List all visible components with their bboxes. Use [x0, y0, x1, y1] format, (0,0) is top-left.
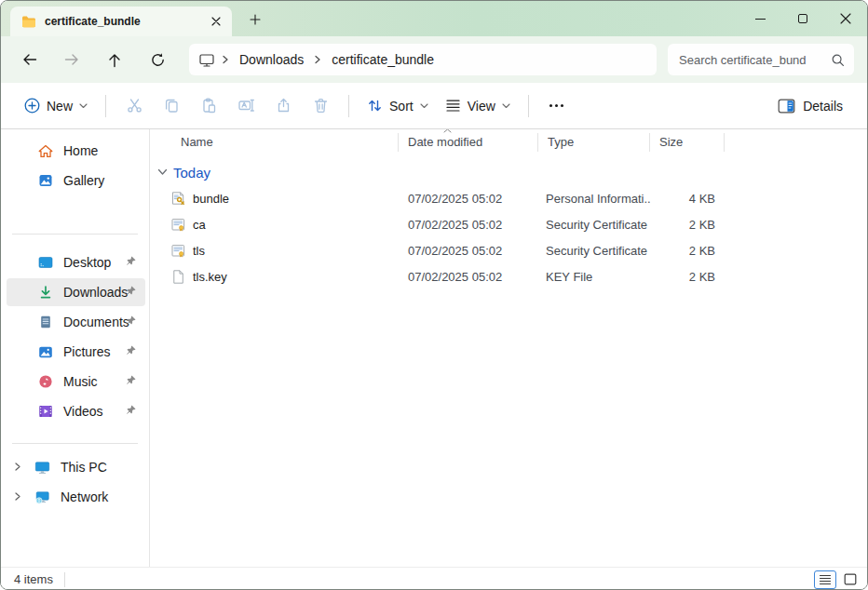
share-icon	[275, 97, 292, 114]
sidebar-item-gallery[interactable]: Gallery	[7, 167, 145, 194]
pin-icon	[125, 404, 137, 416]
tab-title: certificate_bundle	[45, 15, 206, 28]
share-button[interactable]	[264, 89, 302, 123]
toolbar-separator	[105, 95, 106, 117]
sidebar-item-label: Desktop	[63, 255, 111, 270]
new-button[interactable]: New	[16, 89, 96, 123]
breadcrumb-chevron-icon	[314, 55, 321, 64]
pin-icon	[125, 255, 137, 267]
rename-button[interactable]	[227, 89, 264, 123]
sidebar-item-label: This PC	[61, 460, 107, 475]
documents-icon	[38, 315, 53, 329]
sidebar-item-this-pc[interactable]: This PC	[7, 453, 145, 481]
view-button[interactable]: View	[437, 89, 519, 123]
view-button-label: View	[468, 99, 495, 114]
more-options-button[interactable]	[538, 89, 576, 123]
forward-icon	[64, 52, 80, 67]
new-button-label: New	[47, 99, 73, 114]
sidebar-item-label: Downloads	[63, 285, 128, 300]
file-row-tls[interactable]: tls 07/02/2025 05:02 Security Certificat…	[150, 237, 867, 263]
copy-button[interactable]	[153, 89, 190, 123]
column-headers: Name Date modified Type Size	[150, 131, 867, 154]
breadcrumb-certificate-bundle[interactable]: certificate_bundle	[328, 50, 438, 69]
music-icon	[38, 374, 53, 389]
group-collapse-chevron-icon	[157, 168, 168, 176]
sidebar-item-home[interactable]: Home	[7, 137, 145, 165]
cut-icon	[126, 97, 143, 114]
file-explorer-window: certificate_bundle	[0, 0, 868, 590]
column-header-type[interactable]: Type	[538, 133, 650, 152]
file-row-ca[interactable]: ca 07/02/2025 05:02 Security Certificate…	[150, 211, 867, 237]
key-file-icon	[170, 269, 186, 285]
sidebar-item-downloads[interactable]: Downloads	[7, 278, 145, 306]
details-view-icon	[819, 574, 832, 585]
back-icon	[21, 52, 37, 67]
pin-icon	[125, 344, 137, 356]
sidebar-item-documents[interactable]: Documents	[7, 308, 145, 336]
search-icon[interactable]	[831, 53, 845, 67]
back-button[interactable]	[12, 43, 46, 76]
copy-icon	[163, 97, 181, 114]
downloads-icon	[38, 285, 53, 300]
main-area: Home Gallery Desktop	[1, 129, 867, 567]
view-toggles	[814, 570, 861, 589]
paste-icon	[200, 97, 218, 114]
minimize-button[interactable]	[739, 1, 781, 36]
breadcrumb-downloads[interactable]: Downloads	[236, 50, 307, 69]
sidebar-item-pictures[interactable]: Pictures	[7, 338, 145, 366]
details-pane-button[interactable]: Details	[768, 89, 852, 123]
up-icon	[107, 52, 122, 68]
thumbnail-view-button[interactable]	[839, 570, 861, 589]
cut-button[interactable]	[115, 89, 153, 123]
file-name: tls.key	[193, 270, 227, 284]
group-header-today[interactable]: Today	[157, 163, 867, 181]
sidebar-item-label: Gallery	[63, 173, 104, 188]
up-button[interactable]	[98, 43, 131, 76]
search-input[interactable]	[679, 53, 831, 67]
column-header-name[interactable]: Name	[150, 133, 399, 152]
forward-button[interactable]	[55, 43, 88, 76]
refresh-icon	[150, 52, 166, 68]
search-box	[668, 44, 854, 75]
delete-button[interactable]	[302, 89, 339, 123]
title-bar: certificate_bundle	[1, 1, 867, 36]
sort-button[interactable]: Sort	[359, 89, 437, 123]
tab-close-button[interactable]	[206, 11, 226, 32]
sidebar-item-label: Home	[63, 143, 98, 158]
rename-icon	[237, 97, 255, 114]
expand-chevron-icon[interactable]	[14, 491, 21, 502]
file-size: 2 KB	[650, 218, 725, 232]
sidebar-item-label: Videos	[63, 404, 103, 419]
column-header-size[interactable]: Size	[650, 133, 725, 152]
desktop-icon	[38, 256, 53, 269]
close-button[interactable]	[824, 1, 867, 36]
this-pc-breadcrumb-icon[interactable]	[198, 52, 215, 68]
details-view-button[interactable]	[814, 570, 836, 589]
file-name: ca	[193, 218, 206, 232]
sidebar-item-network[interactable]: Network	[7, 483, 145, 511]
refresh-button[interactable]	[141, 43, 174, 76]
file-name: bundle	[193, 192, 229, 206]
navigation-pane: Home Gallery Desktop	[1, 129, 150, 567]
new-tab-button[interactable]	[243, 8, 267, 31]
explorer-tab[interactable]: certificate_bundle	[10, 7, 232, 36]
maximize-button[interactable]	[781, 1, 824, 36]
items-count: 4 items	[14, 572, 53, 586]
sidebar-item-music[interactable]: Music	[7, 368, 145, 396]
file-row-bundle[interactable]: bundle 07/02/2025 05:02 Personal Informa…	[150, 185, 867, 211]
sidebar-item-desktop[interactable]: Desktop	[7, 248, 145, 276]
file-size: 4 KB	[650, 192, 725, 206]
chevron-down-icon	[502, 103, 510, 109]
address-bar[interactable]: Downloads certificate_bundle	[189, 44, 657, 75]
paste-button[interactable]	[190, 89, 227, 123]
delete-icon	[312, 97, 330, 114]
expand-chevron-icon[interactable]	[14, 462, 21, 472]
folder-icon	[21, 15, 36, 28]
sort-ascending-icon	[443, 129, 452, 133]
certificate-key-icon	[170, 191, 186, 207]
file-row-tls-key[interactable]: tls.key 07/02/2025 05:02 KEY File 2 KB	[150, 263, 867, 289]
column-header-date-modified[interactable]: Date modified	[399, 133, 538, 152]
gallery-icon	[38, 173, 53, 188]
statusbar-separator	[64, 572, 65, 587]
sidebar-item-videos[interactable]: Videos	[7, 397, 145, 425]
